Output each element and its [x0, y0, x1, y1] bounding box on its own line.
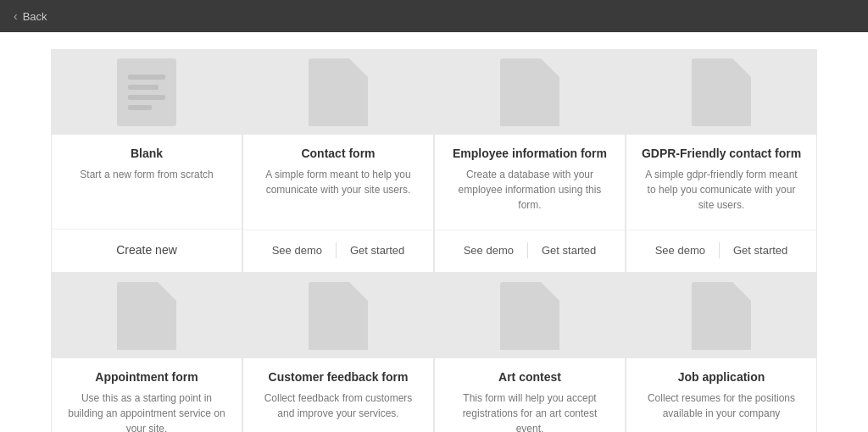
card-desc-contact: A simple form meant to help you comunica…	[257, 167, 420, 213]
card-body-appointment: Appointment form Use this as a starting …	[52, 358, 242, 432]
get-started-button-contact[interactable]: Get started	[337, 241, 418, 260]
card-thumbnail-gdpr	[626, 50, 816, 135]
card-actions-employee: See demo Get started	[435, 230, 625, 272]
form-icon-job	[692, 282, 751, 350]
card-desc-appointment: Use this as a starting point in building…	[65, 390, 228, 432]
card-blank: Blank Start a new form from scratch Crea…	[51, 49, 242, 273]
card-actions-contact: See demo Get started	[243, 230, 433, 272]
see-demo-button-employee[interactable]: See demo	[450, 241, 527, 260]
chevron-left-icon: ‹	[14, 9, 18, 23]
card-body-feedback: Customer feedback form Collect feedback …	[243, 358, 433, 432]
card-job-application: Job application Collect resumes for the …	[626, 273, 817, 432]
card-desc-art: This form will help you accept registrat…	[448, 390, 611, 432]
card-body-blank: Blank Start a new form from scratch	[52, 135, 242, 220]
card-body-gdpr: GDPR-Friendly contact form A simple gdpr…	[626, 135, 816, 221]
templates-grid: Blank Start a new form from scratch Crea…	[51, 49, 817, 432]
card-appointment: Appointment form Use this as a starting …	[51, 273, 242, 432]
card-gdpr: GDPR-Friendly contact form A simple gdpr…	[626, 49, 817, 273]
card-desc-blank: Start a new form from scratch	[80, 167, 213, 212]
card-desc-job: Collect resumes for the positions availa…	[640, 390, 803, 432]
card-desc-employee: Create a database with your employee inf…	[448, 167, 611, 213]
card-title-blank: Blank	[131, 147, 163, 160]
card-title-contact: Contact form	[301, 147, 375, 160]
card-actions-gdpr: See demo Get started	[626, 230, 816, 272]
card-thumbnail-employee	[435, 50, 625, 135]
form-icon-contact	[309, 58, 368, 126]
card-body-employee: Employee information form Create a datab…	[435, 135, 625, 221]
card-employee-info: Employee information form Create a datab…	[434, 49, 626, 273]
form-icon-feedback	[309, 282, 368, 350]
card-body-job: Job application Collect resumes for the …	[626, 358, 816, 432]
blank-icon	[117, 58, 176, 126]
card-title-job: Job application	[678, 370, 765, 384]
back-button[interactable]: ‹ Back	[14, 9, 47, 23]
form-icon-art	[500, 282, 559, 350]
form-icon-appointment	[117, 282, 176, 350]
top-bar: ‹ Back	[0, 0, 868, 32]
card-contact-form: Contact form A simple form meant to help…	[242, 49, 434, 273]
card-desc-gdpr: A simple gdpr-friendly form meant to hel…	[640, 167, 803, 213]
card-art-contest: Art contest This form will help you acce…	[434, 273, 626, 432]
create-new-button[interactable]: Create new	[103, 240, 191, 260]
get-started-button-employee[interactable]: Get started	[528, 241, 609, 260]
card-body-art: Art contest This form will help you acce…	[435, 358, 625, 432]
see-demo-button-contact[interactable]: See demo	[259, 241, 336, 260]
card-thumbnail-feedback	[243, 274, 433, 358]
card-title-employee: Employee information form	[453, 147, 607, 160]
card-thumbnail-blank	[52, 50, 242, 135]
card-thumbnail-job	[626, 274, 816, 358]
card-thumbnail-contact	[243, 50, 433, 135]
form-icon-gdpr	[692, 58, 751, 126]
form-icon-employee	[500, 58, 559, 126]
card-customer-feedback: Customer feedback form Collect feedback …	[242, 273, 434, 432]
card-title-gdpr: GDPR-Friendly contact form	[642, 147, 801, 160]
card-body-contact: Contact form A simple form meant to help…	[243, 135, 433, 221]
card-title-feedback: Customer feedback form	[269, 370, 409, 384]
get-started-button-gdpr[interactable]: Get started	[720, 241, 801, 260]
card-actions-blank: Create new	[52, 229, 242, 272]
card-thumbnail-appointment	[52, 274, 242, 358]
main-content: Blank Start a new form from scratch Crea…	[0, 32, 868, 432]
see-demo-button-gdpr[interactable]: See demo	[642, 241, 719, 260]
card-thumbnail-art	[435, 274, 625, 358]
card-title-art: Art contest	[498, 370, 561, 384]
card-title-appointment: Appointment form	[95, 370, 198, 384]
card-desc-feedback: Collect feedback from customers and impr…	[257, 390, 420, 432]
back-label: Back	[23, 10, 47, 23]
